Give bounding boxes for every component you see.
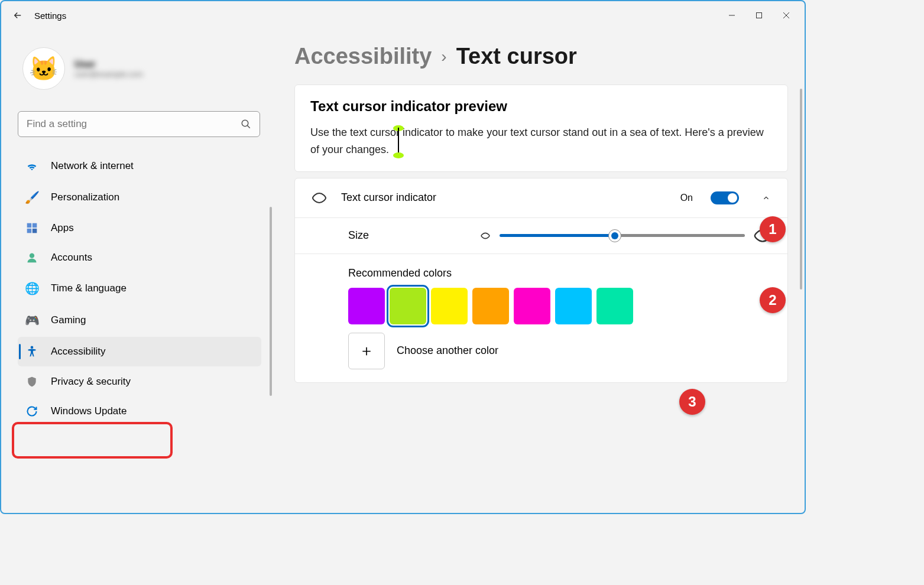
- size-row: Size: [295, 218, 787, 254]
- svg-rect-9: [33, 229, 37, 233]
- colors-section: Recommended colors ＋ Cho: [295, 254, 787, 382]
- size-label: Size: [348, 229, 466, 242]
- user-name: User: [74, 59, 143, 70]
- preview-card: Text cursor indicator preview Use the te…: [294, 84, 788, 172]
- svg-point-11: [31, 346, 34, 349]
- annotation-badge-3: 3: [679, 389, 705, 415]
- svg-rect-8: [27, 229, 32, 233]
- wifi-icon: [25, 160, 39, 173]
- plus-icon: ＋: [359, 340, 374, 361]
- indicator-toggle-row[interactable]: Text cursor indicator On: [295, 178, 787, 218]
- sidebar-item-label: Network & internet: [51, 160, 134, 172]
- sidebar-item-label: Apps: [51, 222, 74, 234]
- sidebar-scrollbar[interactable]: [270, 207, 272, 396]
- choose-color-row: ＋ Choose another color: [348, 333, 772, 369]
- window-controls: [718, 4, 800, 27]
- svg-line-5: [247, 125, 250, 128]
- user-email: user@example.com: [74, 70, 143, 79]
- gamepad-icon: 🎮: [25, 313, 39, 327]
- brush-icon: 🖌️: [25, 190, 39, 204]
- back-button[interactable]: [6, 4, 30, 27]
- sidebar: 🐱 User user@example.com Network & inter: [1, 30, 273, 513]
- size-slider[interactable]: [500, 234, 745, 237]
- breadcrumb-parent[interactable]: Accessibility: [294, 44, 432, 69]
- close-button[interactable]: [773, 4, 800, 27]
- indicator-toggle[interactable]: [711, 191, 739, 204]
- sidebar-item-apps[interactable]: Apps: [18, 214, 261, 242]
- color-swatch-teal[interactable]: [596, 288, 633, 324]
- cursor-indicator-bottom: [393, 152, 404, 158]
- svg-point-4: [242, 120, 248, 126]
- svg-rect-7: [33, 223, 37, 228]
- sync-icon: [25, 405, 39, 417]
- color-swatch-lime[interactable]: [390, 288, 426, 324]
- color-swatch-yellow[interactable]: [431, 288, 468, 324]
- user-block[interactable]: 🐱 User user@example.com: [18, 37, 261, 100]
- sidebar-item-accounts[interactable]: Accounts: [18, 243, 261, 272]
- globe-clock-icon: 🌐: [25, 281, 39, 295]
- breadcrumb: Accessibility › Text cursor: [294, 44, 788, 69]
- sidebar-item-privacy[interactable]: Privacy & security: [18, 368, 261, 396]
- size-small-icon: [479, 231, 491, 240]
- sidebar-item-personalization[interactable]: 🖌️ Personalization: [18, 182, 261, 213]
- preview-title: Text cursor indicator preview: [310, 98, 772, 115]
- sidebar-item-label: Privacy & security: [51, 376, 131, 388]
- preview-text: Use the text cursor indicator to make yo…: [310, 126, 764, 155]
- settings-window: Settings 🐱 User user@example.com: [0, 0, 806, 514]
- indicator-card: Text cursor indicator On Size: [294, 178, 788, 383]
- sidebar-item-network[interactable]: Network & internet: [18, 151, 261, 181]
- chevron-right-icon: ›: [441, 47, 446, 66]
- annotation-badge-2: 2: [760, 287, 786, 313]
- annotation-badge-1: 1: [760, 216, 786, 242]
- color-swatch-purple[interactable]: [348, 288, 385, 324]
- sidebar-item-label: Personalization: [51, 191, 119, 203]
- choose-color-button[interactable]: ＋: [348, 333, 385, 369]
- sidebar-item-label: Windows Update: [51, 405, 127, 417]
- toggle-state-label: On: [680, 193, 693, 203]
- sidebar-item-label: Accounts: [51, 252, 92, 264]
- search-box[interactable]: [18, 111, 260, 137]
- sidebar-item-accessibility[interactable]: Accessibility: [18, 337, 261, 366]
- titlebar: Settings: [1, 1, 805, 30]
- colors-title: Recommended colors: [348, 267, 772, 280]
- toggle-knob: [728, 193, 737, 203]
- apps-icon: [25, 222, 39, 234]
- shield-icon: [25, 376, 39, 388]
- text-cursor-preview: [398, 128, 399, 155]
- svg-rect-6: [27, 223, 32, 228]
- app-title: Settings: [34, 11, 66, 21]
- indicator-label: Text cursor indicator: [341, 191, 667, 204]
- svg-rect-1: [757, 13, 762, 18]
- choose-color-label: Choose another color: [397, 344, 498, 357]
- slider-thumb[interactable]: [608, 229, 621, 242]
- accessibility-icon: [25, 345, 39, 358]
- avatar: 🐱: [22, 47, 65, 90]
- nav: Network & internet 🖌️ Personalization Ap…: [18, 151, 261, 425]
- svg-point-10: [30, 254, 34, 258]
- breadcrumb-current: Text cursor: [456, 44, 577, 69]
- color-swatch-orange[interactable]: [472, 288, 509, 324]
- sidebar-item-label: Gaming: [51, 314, 86, 326]
- annotation-highlight-accessibility: [12, 422, 173, 459]
- maximize-button[interactable]: [745, 4, 773, 27]
- sidebar-item-windows-update[interactable]: Windows Update: [18, 397, 261, 425]
- color-swatch-cyan[interactable]: [555, 288, 592, 324]
- search-icon: [241, 119, 251, 129]
- main-content: Accessibility › Text cursor Text cursor …: [273, 30, 805, 513]
- person-icon: [25, 252, 39, 264]
- main-scrollbar[interactable]: [800, 89, 802, 290]
- sidebar-item-gaming[interactable]: 🎮 Gaming: [18, 305, 261, 336]
- color-swatches: [348, 288, 772, 324]
- sidebar-item-time-language[interactable]: 🌐 Time & language: [18, 273, 261, 304]
- color-swatch-magenta[interactable]: [514, 288, 550, 324]
- chevron-up-icon[interactable]: [760, 194, 772, 202]
- search-input[interactable]: [27, 118, 241, 130]
- sidebar-item-label: Time & language: [51, 282, 127, 294]
- cursor-indicator-icon: [310, 192, 328, 204]
- sidebar-item-label: Accessibility: [51, 346, 106, 358]
- minimize-button[interactable]: [718, 4, 745, 27]
